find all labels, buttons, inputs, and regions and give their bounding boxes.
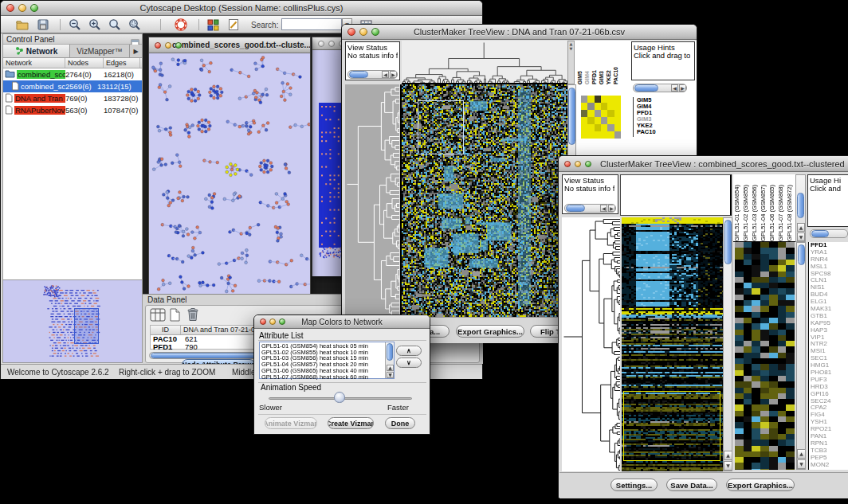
column-label[interactable]: GPL51-06 (GSM865) <box>768 185 777 241</box>
attribute-table-icon[interactable] <box>150 308 166 325</box>
tv1-heatmap[interactable] <box>400 84 567 317</box>
minimize-icon[interactable] <box>269 318 276 325</box>
tv2-collabel-vscrollbar[interactable]: ▲ ▼ <box>795 174 806 242</box>
scrollbar-thumb[interactable] <box>724 220 732 264</box>
zoom-in-icon[interactable] <box>88 18 102 32</box>
scroll-up-icon[interactable]: ▲ <box>797 449 806 459</box>
zoom-heatmap-canvas[interactable] <box>735 242 795 470</box>
zoom-fit-icon[interactable] <box>108 18 122 32</box>
export-graphics-button[interactable]: Export Graphics... <box>726 479 795 491</box>
tv1-sub-hscrollbar[interactable]: ◀ ▶ <box>633 84 687 92</box>
zoom-window-icon[interactable] <box>279 318 285 325</box>
column-label[interactable]: PAC10 <box>612 67 619 84</box>
column-label[interactable]: GPL51-03 (GSM856) <box>751 185 760 241</box>
scroll-right-icon[interactable]: ▶ <box>608 205 615 212</box>
tv1-zoom-heatmap-canvas[interactable] <box>581 96 621 139</box>
animate-vizmap-button[interactable]: Animate Vizmap <box>265 417 317 429</box>
scrollbar-thumb[interactable] <box>798 244 805 265</box>
scroll-up-icon[interactable]: ▲ <box>724 451 732 460</box>
scroll-down-icon[interactable]: ▼ <box>797 232 805 241</box>
tv1-splitter[interactable]: ▲▼ <box>567 41 575 84</box>
done-button[interactable]: Done <box>385 417 415 429</box>
close-icon[interactable] <box>564 161 571 167</box>
column-label[interactable]: GIM5 <box>576 71 583 84</box>
tv2-heatmap-vscrollbar[interactable]: ▲ ▼ <box>723 217 732 471</box>
scroll-down-icon[interactable]: ▼ <box>797 459 806 469</box>
tv2-row-dendrogram[interactable] <box>562 217 620 471</box>
speed-slider-thumb[interactable] <box>334 392 345 403</box>
scroll-up-icon[interactable]: ▲ <box>797 223 805 232</box>
zoom-window-icon[interactable] <box>30 4 38 12</box>
treeview2-titlebar[interactable]: ClusterMaker TreeView : combined_scores_… <box>559 156 848 172</box>
column-label[interactable]: GPL51-01 (GSM854) <box>733 185 742 241</box>
new-attribute-icon[interactable] <box>169 308 181 325</box>
close-icon[interactable] <box>318 41 324 47</box>
birdseye-canvas[interactable] <box>3 280 142 362</box>
tv2-zoom-vscrollbar[interactable]: ▲ ▼ <box>796 242 806 470</box>
network-row-selected[interactable]: combined_sco 2569(6) 13112(15) <box>3 80 142 92</box>
scroll-up-icon[interactable]: ▲ <box>387 365 394 371</box>
network-table-header[interactable]: Network Nodes Edges <box>3 58 142 68</box>
gene-label[interactable]: MON2 <box>809 462 848 469</box>
tab-vizmapper[interactable]: VizMapper™ <box>70 45 129 57</box>
minimize-icon[interactable] <box>359 28 367 36</box>
main-titlebar[interactable]: Cytoscape Desktop (Session Name: collins… <box>1 1 482 16</box>
scrollbar-thumb[interactable] <box>568 88 575 145</box>
row-dendrogram-canvas[interactable] <box>562 217 620 471</box>
close-icon[interactable] <box>6 4 14 12</box>
annotation-icon[interactable] <box>226 18 241 32</box>
treeview1-titlebar[interactable]: ClusterMaker TreeView : DNA and Tran 07-… <box>342 25 697 40</box>
tv2-status-hscrollbar[interactable]: ◀ ▶ <box>564 204 616 213</box>
scroll-left-icon[interactable]: ◀ <box>671 84 678 92</box>
column-label[interactable]: GIM4 <box>583 71 591 84</box>
column-dendrogram-canvas[interactable] <box>402 41 567 83</box>
column-label[interactable]: PFD1 <box>591 70 598 84</box>
zoom-window-icon[interactable] <box>175 42 182 49</box>
close-icon[interactable] <box>155 42 161 49</box>
create-vizmap-button[interactable]: Create Vizmap <box>328 417 374 429</box>
zoom-selected-icon[interactable] <box>128 18 142 32</box>
scroll-left-icon[interactable]: ◀ <box>382 71 389 78</box>
attribute-listbox[interactable]: GPL51-01 (GSM854) heat shock 05 minGPL51… <box>259 342 395 379</box>
settings-button[interactable]: Settings... <box>610 479 658 491</box>
scrollbar-thumb[interactable] <box>811 230 829 237</box>
save-icon[interactable] <box>36 18 50 32</box>
tab-overflow-button[interactable]: ▶ <box>129 45 142 57</box>
scroll-right-icon[interactable]: ▶ <box>679 84 686 92</box>
network-row[interactable]: DNA and Tran 07 769(0) 183728(0) <box>3 92 142 104</box>
scroll-down-icon[interactable]: ▼ <box>387 372 394 378</box>
col-header-nodes[interactable]: Nodes <box>65 58 104 68</box>
birdseye-view[interactable] <box>3 279 142 362</box>
close-icon[interactable] <box>260 318 266 325</box>
trash-icon[interactable] <box>186 307 199 325</box>
column-label[interactable]: GPL51-07 (GSM868) <box>777 185 786 241</box>
tv2-heatmap[interactable] <box>622 217 723 471</box>
export-graphics-button[interactable]: Export Graphics... <box>456 325 524 338</box>
tv1-status-hscrollbar[interactable]: ◀ ▶ <box>347 70 398 79</box>
search-input[interactable] <box>281 18 342 30</box>
tv2-usage-hscrollbar[interactable] <box>810 229 848 238</box>
dialog-titlebar[interactable]: Map Colors to Network <box>254 315 430 329</box>
attribute-item[interactable]: GPL51-07 (GSM868) heat shock 60 min <box>260 374 385 381</box>
listbox-vscrollbar[interactable]: ▲ ▼ <box>385 342 394 378</box>
row-dendrogram-canvas[interactable] <box>345 84 399 317</box>
col-header-edges[interactable]: Edges <box>104 58 140 68</box>
col-header-id[interactable]: ID <box>151 326 181 334</box>
column-label[interactable]: GPL51-08 (GSM872) <box>786 185 795 241</box>
network-window-1-titlebar[interactable]: combined_scores_good.txt--cluste... <box>149 37 310 53</box>
scroll-left-icon[interactable]: ◀ <box>600 205 607 212</box>
tv2-column-dendrogram-area[interactable] <box>620 174 732 216</box>
col-header-network[interactable]: Network <box>3 58 65 68</box>
vizmapper-icon[interactable] <box>206 18 220 32</box>
zoom-window-icon[interactable] <box>371 28 379 36</box>
zoom-out-icon[interactable] <box>68 18 82 32</box>
tab-network[interactable]: Network <box>3 45 70 57</box>
scrollbar-thumb[interactable] <box>387 343 393 361</box>
column-label[interactable]: GPL51-02 (GSM855) <box>742 185 751 241</box>
tv1-column-dendrogram[interactable] <box>402 41 567 84</box>
column-label[interactable]: GIM3 <box>598 71 605 84</box>
network-view-canvas[interactable] <box>149 53 310 295</box>
scrollbar-thumb[interactable] <box>349 71 368 78</box>
scrollbar-thumb[interactable] <box>634 84 658 92</box>
minimize-icon[interactable] <box>18 4 26 12</box>
